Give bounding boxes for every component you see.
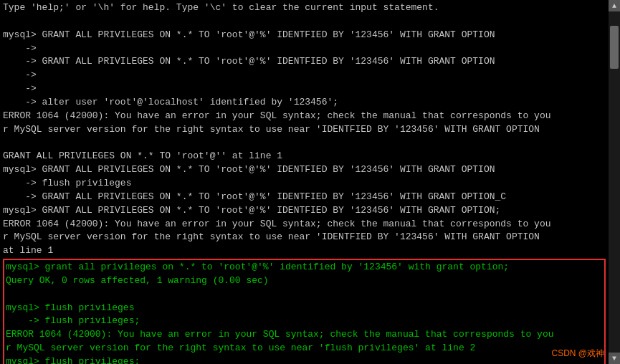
line-14: mysql> GRANT ALL PRIVILEGES ON *.* TO 'r… bbox=[3, 204, 606, 218]
line-15: ERROR 1064 (42000): You have an error in… bbox=[3, 218, 606, 231]
scroll-down-arrow[interactable]: ▼ bbox=[609, 353, 620, 364]
scrollbar-track[interactable] bbox=[609, 11, 620, 353]
line-7: -> alter user 'root'@'localhost' identif… bbox=[3, 96, 606, 110]
line-3: -> bbox=[3, 42, 606, 56]
box-line-6: r MySQL server version for the right syn… bbox=[6, 342, 603, 355]
box-line-3: mysql> flush privileges bbox=[6, 302, 603, 315]
line-9: r MySQL server version for the right syn… bbox=[3, 123, 606, 137]
line-13: -> GRANT ALL PRIVILEGES ON *.* TO 'root'… bbox=[3, 191, 606, 204]
box-line-7: mysql> flush privileges; bbox=[6, 355, 603, 364]
line-blank-1 bbox=[3, 15, 606, 29]
line-10: GRANT ALL PRIVILEGES ON *.* TO 'root'@''… bbox=[3, 150, 606, 163]
line-11: mysql> GRANT ALL PRIVILEGES ON *.* TO 'r… bbox=[3, 163, 606, 177]
box-line-blank bbox=[6, 288, 603, 302]
scrollbar[interactable]: ▲ ▼ bbox=[609, 0, 620, 364]
line-6: -> bbox=[3, 82, 606, 96]
box-line-2: Query OK, 0 rows affected, 1 warning (0.… bbox=[6, 274, 603, 288]
terminal-content: Type 'help;' or '\h' for help. Type '\c'… bbox=[0, 0, 609, 364]
highlighted-section: mysql> grant all privileges on *.* to 'r… bbox=[3, 259, 606, 364]
scroll-up-arrow[interactable]: ▲ bbox=[609, 0, 620, 11]
scrollbar-thumb[interactable] bbox=[610, 26, 619, 69]
line-4: -> GRANT ALL PRIVILEGES ON *.* TO 'root'… bbox=[3, 55, 606, 69]
line-1: Type 'help;' or '\h' for help. Type '\c'… bbox=[3, 1, 606, 15]
line-17: at line 1 bbox=[3, 244, 606, 258]
line-8: ERROR 1064 (42000): You have an error in… bbox=[3, 110, 606, 123]
box-line-5: ERROR 1064 (42000): You have an error in… bbox=[6, 328, 603, 342]
line-2: mysql> GRANT ALL PRIVILEGES ON *.* TO 'r… bbox=[3, 29, 606, 42]
line-16: r MySQL server version for the right syn… bbox=[3, 231, 606, 244]
line-5: -> bbox=[3, 69, 606, 82]
line-blank-2 bbox=[3, 136, 606, 150]
terminal-window: Type 'help;' or '\h' for help. Type '\c'… bbox=[0, 0, 620, 364]
box-line-1: mysql> grant all privileges on *.* to 'r… bbox=[6, 261, 603, 274]
box-line-4: -> flush privileges; bbox=[6, 315, 603, 328]
watermark: CSDN @戏神 bbox=[551, 348, 604, 360]
line-12: -> flush privileges bbox=[3, 177, 606, 191]
